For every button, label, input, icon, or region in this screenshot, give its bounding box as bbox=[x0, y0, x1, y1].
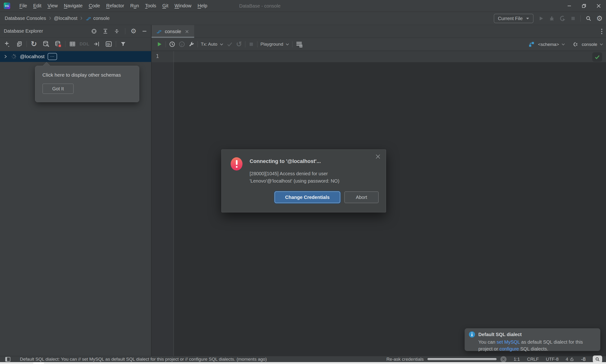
status-event-message[interactable]: Default SQL dialect: You can // set MySQ… bbox=[20, 357, 267, 362]
loading-spinner-icon bbox=[11, 53, 17, 60]
menu-item-navigate[interactable]: Navigate bbox=[61, 3, 86, 9]
editor-tab-bar: console bbox=[152, 25, 606, 38]
abort-button[interactable]: Abort bbox=[344, 191, 379, 203]
disconnect-icon[interactable] bbox=[53, 39, 63, 49]
menu-item-edit[interactable]: Edit bbox=[30, 3, 44, 9]
rollback-icon: ↺ bbox=[236, 41, 242, 48]
notification-body: You can set MySQL as default SQL dialect… bbox=[478, 339, 597, 352]
maximize-icon[interactable] bbox=[577, 0, 591, 12]
navigation-bar: Database Consoles @localhost console Cur… bbox=[0, 12, 606, 25]
schema-selector[interactable]: <schema> bbox=[538, 42, 565, 47]
tree-node-label[interactable]: @localhost bbox=[20, 54, 44, 59]
menu-item-window[interactable]: Window bbox=[171, 3, 194, 9]
debug-bug-icon bbox=[549, 15, 555, 22]
menu-item-code[interactable]: Code bbox=[86, 3, 103, 9]
close-icon[interactable] bbox=[591, 0, 606, 12]
tab-console[interactable]: console bbox=[152, 25, 194, 38]
cancel-progress-icon[interactable] bbox=[500, 356, 507, 362]
history-clock-icon[interactable] bbox=[169, 41, 176, 48]
jump-to-query-console-icon[interactable]: QL bbox=[104, 39, 114, 49]
filter-icon[interactable] bbox=[118, 39, 128, 49]
run-config-selector[interactable]: Current File bbox=[494, 14, 534, 23]
output-layout-icon[interactable] bbox=[296, 41, 303, 48]
toolbar-separator bbox=[245, 41, 245, 47]
run-icon bbox=[538, 16, 544, 21]
inspections-ok-icon[interactable] bbox=[592, 52, 602, 62]
execute-icon[interactable] bbox=[156, 41, 163, 47]
show-schemas-more-button[interactable]: ... bbox=[48, 53, 57, 60]
menu-item-view[interactable]: View bbox=[44, 3, 61, 9]
indent-widget[interactable]: 4 bbox=[566, 357, 574, 362]
menu-item-help[interactable]: Help bbox=[194, 3, 210, 9]
change-credentials-button[interactable]: Change Credentials bbox=[275, 191, 340, 203]
collapse-all-icon[interactable] bbox=[114, 28, 120, 34]
menu-item-refactor[interactable]: Refactor bbox=[103, 3, 127, 9]
menu-item-git[interactable]: Git bbox=[159, 3, 172, 9]
toolbar-separator bbox=[125, 28, 125, 34]
tab-close-icon[interactable] bbox=[185, 30, 189, 34]
panel-options-gear-icon[interactable]: ⚙ bbox=[130, 28, 137, 35]
menu-item-tools[interactable]: Tools bbox=[142, 3, 159, 9]
settings-gear-icon[interactable]: ⚙ bbox=[596, 15, 603, 22]
svg-text:p: p bbox=[181, 43, 183, 46]
line-separator-widget[interactable]: CRLF bbox=[527, 357, 539, 362]
caret-position-widget[interactable]: 1:1 bbox=[514, 357, 520, 362]
chevron-right-icon bbox=[49, 16, 52, 21]
breadcrumb-database-consoles[interactable]: Database Consoles bbox=[5, 16, 46, 21]
breadcrumb-localhost[interactable]: @localhost bbox=[54, 16, 77, 21]
mysql-dolphin-icon bbox=[85, 15, 91, 22]
progress-label: Re-ask credentials bbox=[386, 357, 424, 362]
minimize-icon[interactable] bbox=[562, 0, 577, 12]
schemas-hint-tooltip: Click here to display other schemas Got … bbox=[35, 66, 139, 102]
panel-title: Database Explorer bbox=[0, 28, 43, 34]
search-icon[interactable] bbox=[585, 15, 592, 22]
toolbar-separator bbox=[197, 41, 198, 47]
set-mysql-link[interactable]: set MySQL bbox=[496, 339, 520, 345]
parameters-icon: p bbox=[179, 41, 185, 48]
menu-item-run[interactable]: Run bbox=[127, 3, 142, 9]
table-data-icon bbox=[68, 39, 77, 49]
stop-icon bbox=[570, 16, 576, 21]
expand-all-icon[interactable] bbox=[102, 28, 109, 34]
jump-to-editor-icon bbox=[92, 39, 102, 49]
configure-link[interactable]: configure bbox=[499, 346, 519, 351]
toolwindow-toggle-icon[interactable] bbox=[5, 356, 11, 362]
window-title: DataBase - console bbox=[239, 0, 281, 12]
hide-panel-icon[interactable] bbox=[142, 28, 147, 34]
locate-icon[interactable] bbox=[91, 28, 97, 34]
gutter-border bbox=[174, 51, 174, 356]
toolbar-separator bbox=[292, 41, 292, 47]
got-it-button[interactable]: Got It bbox=[42, 83, 74, 94]
toolbar-separator bbox=[116, 41, 116, 47]
tab-options-icon[interactable] bbox=[601, 28, 603, 35]
datasource-properties-icon[interactable] bbox=[41, 39, 51, 49]
toolbar-separator bbox=[257, 41, 257, 47]
commit-check-icon bbox=[226, 41, 233, 48]
breadcrumb-console[interactable]: console bbox=[93, 16, 110, 21]
refresh-icon[interactable]: ↻ bbox=[29, 39, 39, 49]
tx-mode-selector[interactable]: Tx: Auto bbox=[201, 42, 223, 47]
toolbar-separator bbox=[65, 41, 65, 47]
tree-row-localhost[interactable]: @localhost ... bbox=[0, 51, 151, 62]
chevron-right-icon bbox=[80, 16, 83, 21]
chevron-down-icon bbox=[562, 43, 565, 46]
mysql-dolphin-icon bbox=[156, 28, 162, 35]
session-selector[interactable]: console bbox=[582, 42, 603, 47]
taskbar-edge bbox=[0, 362, 606, 364]
add-datasource-icon[interactable] bbox=[2, 39, 12, 49]
toolbar-separator bbox=[580, 15, 581, 22]
chevron-down-icon bbox=[220, 43, 223, 46]
dialog-close-icon[interactable] bbox=[375, 154, 381, 159]
playground-mode-selector[interactable]: Playground bbox=[261, 42, 289, 47]
console-settings-wrench-icon[interactable] bbox=[188, 41, 194, 47]
expand-chevron-icon[interactable] bbox=[3, 54, 8, 59]
duplicate-icon[interactable] bbox=[14, 39, 24, 49]
dialog-message: [28000][1045] Access denied for user 'Le… bbox=[250, 170, 339, 185]
encoding-widget[interactable]: UTF-8 bbox=[546, 357, 559, 362]
window-controls bbox=[562, 0, 606, 12]
schema-icon bbox=[528, 41, 535, 48]
tab-label: console bbox=[165, 29, 181, 34]
svg-text:QL: QL bbox=[107, 43, 110, 46]
readonly-lock-icon[interactable] bbox=[570, 357, 574, 361]
menu-item-file[interactable]: File bbox=[16, 3, 30, 9]
